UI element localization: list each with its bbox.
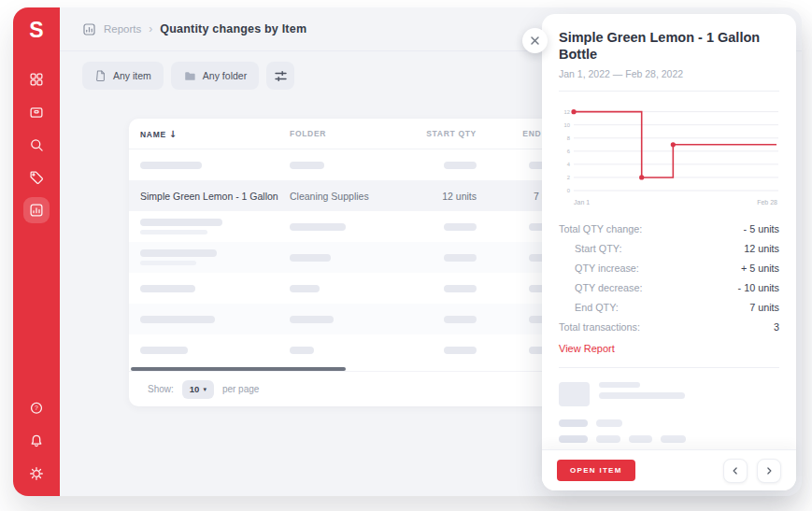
skeleton-name-cell xyxy=(140,162,290,169)
stat-value: - 5 units xyxy=(744,223,779,234)
table-pagination: Show: 10 ▾ per page xyxy=(129,371,579,406)
skeleton-pill xyxy=(290,223,346,231)
svg-text:8: 8 xyxy=(567,135,570,141)
stat-label: End QTY: xyxy=(559,302,619,313)
skeleton-line xyxy=(599,392,685,399)
chart-svg: 024681012Jan 1Feb 28 xyxy=(559,101,779,211)
sidebar-nav xyxy=(23,66,50,223)
table-row-skeleton[interactable] xyxy=(129,334,579,365)
sidebar-item-search[interactable] xyxy=(23,132,50,158)
table-row-skeleton[interactable] xyxy=(129,273,579,304)
stat-label: Total QTY change: xyxy=(559,223,642,234)
sidebar-item-help[interactable]: ? xyxy=(29,401,44,419)
report-icon xyxy=(82,22,96,36)
view-report-link[interactable]: View Report xyxy=(559,343,615,354)
skeleton-folder-cell xyxy=(290,316,411,323)
chevron-left-icon xyxy=(730,465,741,476)
sidebar-item-dashboard[interactable] xyxy=(23,66,50,92)
skeleton-startqty-cell xyxy=(444,347,477,354)
table-row-skeleton[interactable] xyxy=(129,304,579,334)
sidebar-item-tags[interactable] xyxy=(23,164,50,191)
stats-list: Total QTY change:- 5 unitsStart QTY:12 u… xyxy=(559,219,779,336)
skeleton-value xyxy=(661,435,686,443)
reports-icon xyxy=(29,203,44,218)
skeleton-pill xyxy=(140,249,217,257)
help-icon: ? xyxy=(29,401,44,416)
skeleton-pill xyxy=(290,162,324,169)
any-item-filter-button[interactable]: Any item xyxy=(82,62,164,90)
table-row[interactable]: Simple Green Lemon - 1 GallonCleaning Su… xyxy=(129,180,579,211)
skeleton-folder-cell xyxy=(290,162,411,169)
skeleton-pill xyxy=(140,347,188,354)
skeleton-pill xyxy=(444,285,477,292)
sidebar-item-settings[interactable] xyxy=(29,466,44,485)
previous-item-button[interactable] xyxy=(723,459,748,483)
skeleton-name-cell xyxy=(140,249,290,265)
skeleton-label xyxy=(559,435,588,443)
skeleton-startqty-cell xyxy=(444,316,477,323)
row-folder: Cleaning Supplies xyxy=(290,191,411,202)
page-size-value: 10 xyxy=(190,384,200,394)
page-size-dropdown[interactable]: 10 ▾ xyxy=(182,380,214,399)
data-point xyxy=(671,142,676,147)
any-folder-label: Any folder xyxy=(203,70,247,81)
column-header-folder[interactable]: FOLDER xyxy=(290,129,411,138)
horizontal-scrollbar[interactable] xyxy=(129,367,579,371)
svg-text:12: 12 xyxy=(564,109,570,115)
panel-title: Simple Green Lemon - 1 Gallon Bottle xyxy=(559,29,779,63)
svg-text:10: 10 xyxy=(564,122,570,128)
sidebar-item-items[interactable] xyxy=(23,99,50,125)
table-header-row: NAME↓FOLDERSTART QTYEND QTY xyxy=(129,119,579,149)
table-row-skeleton[interactable] xyxy=(129,149,579,180)
column-header-name[interactable]: NAME↓ xyxy=(140,129,290,139)
filter-sliders-icon xyxy=(274,69,288,83)
column-header-start-qty[interactable]: START QTY xyxy=(426,129,477,138)
table-row-skeleton[interactable] xyxy=(129,211,579,242)
svg-text:6: 6 xyxy=(567,149,570,154)
breadcrumb-parent[interactable]: Reports xyxy=(104,23,141,35)
panel-date-range: Jan 1, 2022 — Feb 28, 2022 xyxy=(559,68,779,79)
item-doc-icon xyxy=(94,69,107,82)
sidebar-item-notifications[interactable] xyxy=(29,433,44,452)
close-panel-button[interactable] xyxy=(522,28,548,53)
skeleton-pill xyxy=(444,223,477,231)
row-start-qty: 12 units xyxy=(442,191,477,202)
svg-text:Jan 1: Jan 1 xyxy=(574,199,590,206)
skeleton-pill xyxy=(140,162,202,169)
skeleton-name-cell xyxy=(140,347,290,354)
skeleton-pill xyxy=(444,347,477,354)
settings-icon xyxy=(29,466,44,481)
advanced-filters-button[interactable] xyxy=(266,62,294,90)
stat-label: Start QTY: xyxy=(559,243,621,254)
scrollbar-thumb[interactable] xyxy=(131,367,346,371)
stat-value: 3 xyxy=(774,321,779,333)
sidebar-item-reports[interactable] xyxy=(23,197,50,223)
skeleton-pill xyxy=(290,285,320,292)
skeleton-pill xyxy=(290,316,334,323)
search-icon xyxy=(29,137,44,152)
items-icon xyxy=(29,105,44,120)
skeleton-label xyxy=(559,419,588,427)
skeleton-pill xyxy=(444,316,477,323)
item-pager xyxy=(723,459,781,483)
any-item-label: Any item xyxy=(113,70,151,81)
skeleton-pill xyxy=(140,230,207,234)
data-point xyxy=(571,109,576,114)
skeleton-value xyxy=(629,435,652,443)
next-item-button[interactable] xyxy=(757,459,781,483)
skeleton-value xyxy=(596,419,622,427)
skeleton-pill xyxy=(444,254,477,262)
sort-arrow-icon: ↓ xyxy=(169,129,178,139)
skeleton-startqty-cell xyxy=(444,223,477,231)
show-label: Show: xyxy=(148,384,174,394)
open-item-button[interactable]: OPEN ITEM xyxy=(557,460,635,481)
skeleton-folder-cell xyxy=(290,223,411,231)
per-page-label: per page xyxy=(222,384,259,394)
divider xyxy=(559,91,779,92)
tags-icon xyxy=(29,170,44,185)
stat-label: QTY decrease: xyxy=(559,282,642,293)
any-folder-filter-button[interactable]: Any folder xyxy=(171,62,259,90)
stat-row: Total transactions:3 xyxy=(559,317,779,336)
skeleton-startqty-cell xyxy=(444,285,477,292)
table-row-skeleton[interactable] xyxy=(129,242,579,273)
